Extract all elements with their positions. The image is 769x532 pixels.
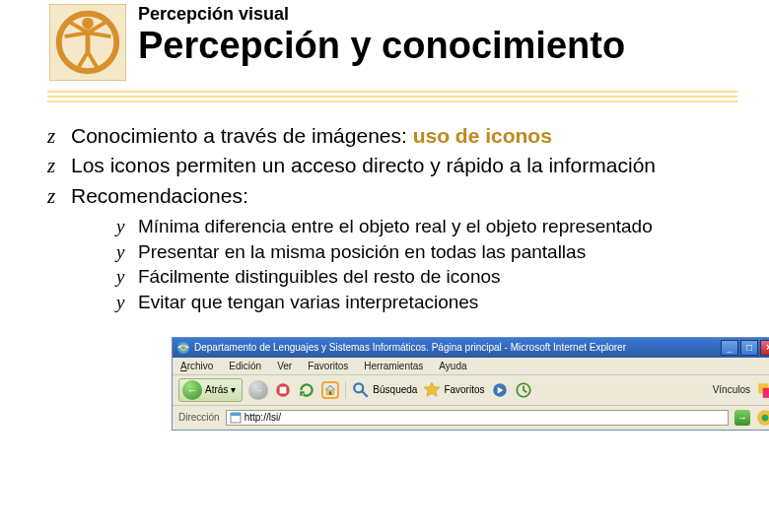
sub-bullet-text: Evitar que tengan varias interpretacione… xyxy=(138,290,478,315)
favorites-button[interactable]: Favoritos xyxy=(423,381,484,399)
address-label: Dirección xyxy=(178,412,220,423)
window-maximize-button[interactable]: □ xyxy=(740,340,758,356)
slide-subtitle: Percepción visual xyxy=(138,4,625,25)
forward-button[interactable]: → xyxy=(248,380,268,400)
svg-rect-23 xyxy=(231,413,241,416)
browser-address-bar: Dirección http://lsi/ → xyxy=(173,406,769,430)
sub-bullet-text: Fácilmente distinguibles del resto de ic… xyxy=(138,264,501,290)
menu-ver[interactable]: Ver xyxy=(277,361,292,371)
sub-bullet-item: y Presentar en la misma posición en toda… xyxy=(116,239,730,265)
browser-titlebar: Departamento de Lenguajes y Sistemas Inf… xyxy=(173,338,769,358)
dropdown-icon: ▾ xyxy=(231,384,236,395)
menu-edicion[interactable]: Edición xyxy=(229,361,261,371)
history-icon[interactable] xyxy=(515,381,532,399)
back-label: Atrás xyxy=(205,384,228,395)
go-button[interactable]: → xyxy=(734,410,750,426)
svg-line-17 xyxy=(362,391,368,397)
menu-ayuda[interactable]: Ayuda xyxy=(439,361,466,371)
home-button[interactable] xyxy=(321,381,339,399)
ie-logo-icon xyxy=(176,341,190,355)
search-label: Búsqueda xyxy=(373,384,417,395)
toolbar-separator xyxy=(345,381,346,399)
links-label[interactable]: Vínculos xyxy=(713,384,750,395)
browser-window: Departamento de Lenguajes y Sistemas Inf… xyxy=(172,337,769,431)
sub-bullet-glyph: y xyxy=(116,264,138,290)
favorites-label: Favoritos xyxy=(444,384,484,395)
page-icon xyxy=(230,412,242,424)
slide-content: z Conocimiento a través de imágenes: uso… xyxy=(0,122,769,431)
bullet-glyph: z xyxy=(47,152,71,179)
sub-bullet-item: y Fácilmente distinguibles del resto de … xyxy=(116,264,730,290)
search-button[interactable]: Búsqueda xyxy=(352,381,417,399)
bullet-highlight: uso de iconos xyxy=(413,124,552,147)
bullet-item: z Recomendaciones: xyxy=(47,182,730,210)
media-icon[interactable] xyxy=(491,381,509,399)
vitruvian-logo xyxy=(49,4,126,81)
browser-toolbar: ← Atrás ▾ → Búsqueda xyxy=(173,375,769,406)
menu-herramientas[interactable]: Herramientas xyxy=(364,361,423,371)
back-button[interactable]: ← Atrás ▾ xyxy=(178,378,243,402)
refresh-icon[interactable] xyxy=(298,381,315,399)
links-icon xyxy=(756,381,769,399)
bullet-glyph: z xyxy=(47,122,71,150)
menu-favoritos[interactable]: Favoritos xyxy=(308,361,348,371)
browser-title-text: Departamento de Lenguajes y Sistemas Inf… xyxy=(194,342,721,353)
sub-bullet-item: y Evitar que tengan varias interpretacio… xyxy=(116,290,730,315)
sub-bullet-glyph: y xyxy=(116,290,138,315)
search-icon xyxy=(352,381,370,399)
bullet-text: Conocimiento a través de imágenes: xyxy=(71,124,413,147)
window-minimize-button[interactable]: _ xyxy=(721,340,738,356)
svg-rect-21 xyxy=(763,387,769,397)
svg-point-16 xyxy=(355,383,364,392)
address-input[interactable]: http://lsi/ xyxy=(226,410,729,426)
slide-header: Percepción visual Percepción y conocimie… xyxy=(0,0,769,81)
sub-bullet-glyph: y xyxy=(116,214,138,239)
back-arrow-icon: ← xyxy=(182,380,202,400)
bullet-text: Recomendaciones: xyxy=(71,182,248,210)
svg-point-2 xyxy=(82,18,94,30)
window-close-button[interactable]: × xyxy=(760,340,769,356)
sub-bullet-text: Mínima diferencia entre el objeto real y… xyxy=(138,214,653,239)
norton-icon[interactable] xyxy=(756,409,769,427)
bullet-item: z Los iconos permiten un acceso directo … xyxy=(47,152,730,179)
header-divider xyxy=(47,91,737,104)
bullet-glyph: z xyxy=(47,182,71,210)
bullet-text: Los iconos permiten un acceso directo y … xyxy=(71,152,656,179)
bullet-item: z Conocimiento a través de imágenes: uso… xyxy=(47,122,730,150)
sub-bullet-glyph: y xyxy=(116,239,138,265)
address-url: http://lsi/ xyxy=(245,412,281,423)
svg-rect-15 xyxy=(329,391,332,394)
browser-menubar: Archivo Edición Ver Favoritos Herramient… xyxy=(173,358,769,375)
sub-bullet-text: Presentar en la misma posición en todas … xyxy=(138,239,586,265)
svg-point-25 xyxy=(762,414,769,421)
star-icon xyxy=(423,381,441,399)
slide-title: Percepción y conocimiento xyxy=(138,27,625,66)
stop-icon[interactable] xyxy=(274,381,292,399)
svg-rect-13 xyxy=(280,386,287,393)
menu-archivo[interactable]: Archivo xyxy=(180,361,213,371)
sub-bullet-item: y Mínima diferencia entre el objeto real… xyxy=(116,214,730,239)
